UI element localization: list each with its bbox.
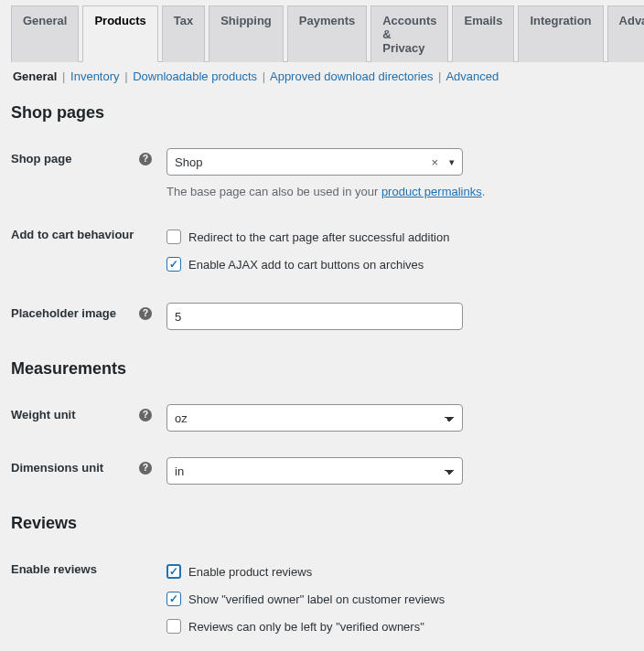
enable-reviews-label: Enable product reviews [188,565,312,579]
redirect-after-add-label: Redirect to the cart page after successf… [188,230,449,244]
enable-reviews-checkbox[interactable] [166,564,181,579]
shop-page-value: Shop [175,155,202,169]
verified-owners-only-checkbox[interactable] [166,619,181,634]
label-weight-unit: Weight unit [11,408,76,422]
shop-page-select[interactable]: Shop × ▾ [166,148,463,176]
tab-general[interactable]: General [11,5,79,62]
label-dimensions-unit: Dimensions unit [11,461,103,475]
section-reviews: Reviews [11,514,633,533]
subtab-downloadable[interactable]: Downloadable products [133,69,257,83]
tab-advanced[interactable]: Advanced [607,5,644,62]
help-icon[interactable]: ? [139,307,152,320]
redirect-after-add-checkbox[interactable] [166,229,181,244]
shop-page-description: The base page can also be used in your p… [166,185,633,198]
help-icon[interactable]: ? [139,409,152,422]
verified-owners-only-text: Reviews can only be left by "verified ow… [188,620,424,634]
verified-owner-label-text: Show "verified owner" label on customer … [188,592,445,606]
subtab-approved-download-dirs[interactable]: Approved download directories [270,69,434,83]
products-subtabs: General | Inventory | Downloadable produ… [11,62,633,87]
chevron-down-icon: ▾ [449,156,455,168]
subtab-general[interactable]: General [13,69,57,83]
tab-shipping[interactable]: Shipping [209,5,284,62]
weight-unit-select[interactable]: oz [166,404,463,432]
product-permalinks-link[interactable]: product permalinks [381,185,482,198]
help-icon[interactable]: ? [139,462,152,475]
subtab-inventory[interactable]: Inventory [70,69,119,83]
tab-emails[interactable]: Emails [452,5,514,62]
placeholder-image-input[interactable] [166,303,463,330]
section-shop-pages: Shop pages [11,103,633,123]
label-placeholder-image: Placeholder image [11,306,116,320]
clear-icon[interactable]: × [431,155,438,169]
label-add-to-cart: Add to cart behaviour [11,228,134,241]
tab-tax[interactable]: Tax [162,5,205,62]
help-icon[interactable]: ? [139,153,152,165]
ajax-add-to-cart-label: Enable AJAX add to cart buttons on archi… [188,258,424,272]
tab-payments[interactable]: Payments [287,5,367,62]
dimensions-unit-select[interactable]: in [166,457,463,485]
tab-accounts-privacy[interactable]: Accounts & Privacy [370,5,448,62]
settings-tabs: General Products Tax Shipping Payments A… [11,0,633,62]
tab-integration[interactable]: Integration [518,5,603,62]
label-enable-reviews: Enable reviews [11,562,97,576]
verified-owner-label-checkbox[interactable] [166,592,181,606]
ajax-add-to-cart-checkbox[interactable] [166,257,181,272]
tab-products[interactable]: Products [82,5,157,62]
label-shop-page: Shop page [11,152,71,165]
subtab-advanced[interactable]: Advanced [445,69,499,83]
section-measurements: Measurements [11,359,633,379]
